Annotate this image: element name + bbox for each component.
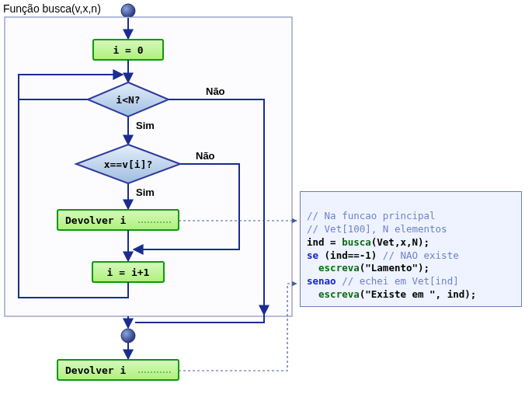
exit-node xyxy=(121,329,135,343)
title-text: Função busca(v,x,n) xyxy=(3,2,101,15)
node-inc-label: i = i+1 xyxy=(107,267,150,278)
label-cond1-no: Não xyxy=(206,85,225,97)
code-line-7: escreva("Existe em ", ind); xyxy=(307,288,476,300)
node-return2: Devolver i xyxy=(57,360,179,380)
node-init: i = 0 xyxy=(93,40,163,60)
node-cond2-label: x==v[i]? xyxy=(104,159,153,170)
node-init-label: i = 0 xyxy=(113,44,143,56)
label-cond2-no: Não xyxy=(196,150,215,162)
node-return1: Devolver i xyxy=(57,210,179,230)
node-cond1-label: i<N? xyxy=(116,94,140,106)
code-line-4: se (ind==-1) // NAO existe xyxy=(307,249,459,261)
code-line-6: senao // echei em Vet[ind] xyxy=(307,275,459,287)
code-panel: // Na funcao principal // Vet[100], N el… xyxy=(300,191,522,307)
node-return1-label: Devolver i xyxy=(65,214,126,226)
start-node xyxy=(121,4,135,18)
node-inc: i = i+1 xyxy=(92,262,164,282)
label-cond2-yes: Sim xyxy=(136,187,155,198)
code-line-5: escreva("Lamento"); xyxy=(307,262,429,274)
code-line-2: // Vet[100], N elementos xyxy=(307,223,447,235)
node-return2-label: Devolver i xyxy=(65,364,126,376)
code-line-3: ind = busca(Vet,x,N); xyxy=(307,236,429,248)
code-line-1: // Na funcao principal xyxy=(307,210,436,221)
label-cond1-yes: Sim xyxy=(136,120,155,131)
